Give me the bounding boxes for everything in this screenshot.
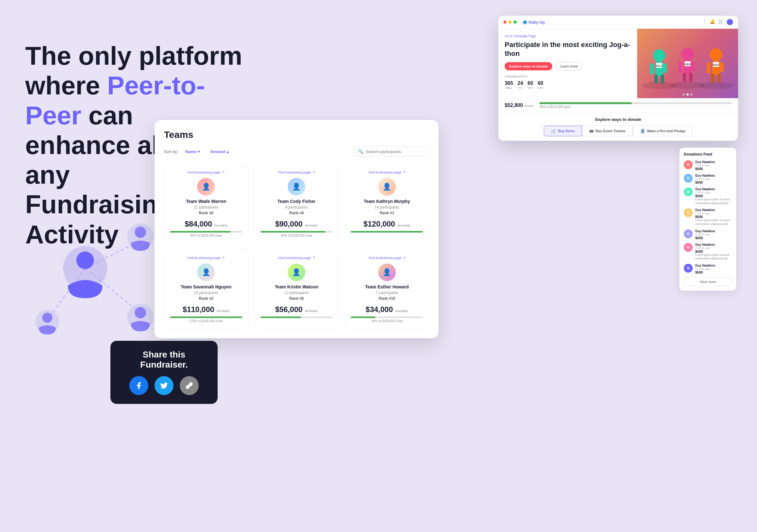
team-raised-amount-5: $56,000 (275, 305, 302, 314)
donation-item: G Guy Hawkins 4 hours ago $500 (684, 230, 732, 240)
browser-dots (503, 20, 517, 24)
svg-rect-17 (661, 75, 664, 83)
progress-bar-fill (539, 102, 632, 104)
team-card-esther-howard: Visit fundraising page ↗ 👤 Team Esther H… (345, 250, 429, 329)
team-name-3: Team Kathryn Murphy (351, 199, 423, 204)
team-progress-fill-1 (170, 231, 230, 233)
share-popup: Share this Fundraiser. (110, 341, 218, 404)
donation-info: Guy Hawkins 4 hours ago $500 (695, 264, 715, 274)
team-raised-amount-2: $90,000 (275, 220, 302, 228)
svg-rect-34 (707, 62, 710, 74)
team-progress-bg-4 (170, 317, 242, 318)
team-name-5: Team Kristin Watson (260, 284, 333, 289)
donation-avatar: G (684, 208, 693, 217)
external-link-icon: ↗ (222, 256, 225, 260)
share-icons (123, 376, 205, 395)
sort-amount-button[interactable]: Amount ▴ (207, 148, 232, 156)
search-input[interactable] (366, 149, 424, 154)
svg-point-10 (42, 313, 52, 323)
cart-icon: 🛒 (551, 128, 557, 134)
explore-donate-button[interactable]: Explore ways to donate (505, 62, 552, 70)
team-card-kathryn-murphy: Visit fundraising page ↗ 👤 Team Kathryn … (345, 164, 429, 243)
svg-rect-33 (717, 74, 721, 82)
browser-minimize-dot (508, 20, 512, 24)
team-progress-fill-5 (260, 317, 301, 318)
visit-fundraising-page-link-6[interactable]: Visit fundraising page ↗ (351, 256, 423, 260)
tab-buy-items[interactable]: 🛒 Buy Items (544, 126, 582, 136)
team-rank-3: Rank #1 (351, 211, 423, 215)
donation-name: Guy Hawkins (695, 243, 732, 246)
explore-section: Explore ways to donate 🛒 Buy Items 🎟 Buy… (499, 112, 738, 141)
countdown-hours: 24 hrs (518, 80, 523, 89)
tab-per-unit-pledge[interactable]: 🏦 Make a Per-Unit Pledge (633, 126, 693, 136)
donation-time: 4 hours ago (695, 246, 732, 250)
team-raised-section-2: $90,000 RAISED (260, 220, 333, 229)
countdown-days: 365 days (505, 80, 513, 89)
team-rank-2: Rank #4 (260, 211, 333, 215)
donation-info: Guy Hawkins 4 hours ago $500 Lorem ipsum… (695, 208, 732, 226)
team-rank-1: Rank #6 (170, 211, 242, 215)
svg-point-30 (710, 48, 722, 61)
team-progress-bg-1 (170, 231, 242, 233)
donation-avatar: G (684, 264, 693, 273)
visit-fundraising-page-link-1[interactable]: Visit fundraising page ↗ (170, 170, 242, 174)
team-participants-6: 7 participants (351, 291, 423, 295)
visit-fundraising-page-link-3[interactable]: Visit fundraising page ↗ (351, 170, 423, 174)
donation-amount: $500 (695, 270, 715, 274)
progress-bar-bg (539, 102, 732, 104)
raised-section: $52,800 Raised (505, 103, 533, 108)
browser-user-avatar (727, 19, 733, 25)
raised-badge-1: RAISED (215, 224, 227, 227)
raised-badge-3: RAISED (398, 224, 410, 227)
view-more-button[interactable]: View more (684, 277, 732, 286)
teams-controls: Sort by: Name ▾ Amount ▴ 🔍 (164, 146, 429, 157)
campaign-info: Go to Campaign Page Participate in the m… (499, 29, 637, 98)
donation-time: 4 hours ago (695, 191, 732, 194)
campaign-progress: $52,800 Raised 48% of $110,000 goal (499, 98, 738, 112)
team-raised-amount-3: $120,000 (363, 220, 395, 228)
share-facebook-button[interactable] (129, 376, 148, 395)
donation-name: Guy Hawkins (695, 187, 732, 191)
svg-rect-24 (683, 73, 686, 82)
runners-illustration: 211-Z 128-0 (640, 41, 735, 89)
search-box: 🔍 (353, 146, 429, 157)
svg-point-6 (135, 227, 146, 238)
raised-badge-6: RAISED (396, 310, 408, 313)
team-card-kristin-watson: Visit fundraising page ↗ 👤 Team Kristin … (255, 250, 339, 329)
external-link-icon: ↗ (222, 170, 225, 174)
raised-badge-4: RAISED (217, 310, 229, 313)
campaign-title: Participate in the most exciting Jog-a-t… (505, 40, 631, 58)
share-link-button[interactable] (180, 376, 199, 395)
campaign-breadcrumb: Go to Campaign Page (505, 34, 631, 38)
team-name-1: Team Wade Warren (170, 199, 242, 204)
tab-per-unit-pledge-label: Make a Per-Unit Pledge (647, 129, 686, 133)
share-twitter-button[interactable] (155, 376, 173, 395)
svg-rect-19 (663, 63, 667, 73)
raised-label: Raised (524, 105, 533, 108)
visit-fundraising-page-link-4[interactable]: Visit fundraising page ↗ (170, 256, 242, 260)
svg-rect-35 (720, 62, 724, 72)
carousel-dot (690, 93, 693, 96)
tab-buy-tickets[interactable]: 🎟 Buy Event Tickets (582, 126, 633, 136)
team-progress-bg-6 (351, 317, 423, 318)
teams-grid: Visit fundraising page ↗ 👤 Team Wade War… (164, 164, 429, 329)
browser-close-dot (503, 20, 506, 24)
ticket-icon: 🎟 (589, 128, 593, 134)
team-rank-6: Rank #10 (351, 296, 423, 301)
browser-maximize-dot (513, 20, 517, 24)
team-rank-4: Rank #2 (170, 296, 242, 301)
donation-item: G Guy Hawkins 4 hours ago $500 (684, 160, 732, 171)
sort-name-button[interactable]: Name ▾ (183, 148, 203, 156)
visit-fundraising-page-link-5[interactable]: Visit fundraising page ↗ (260, 256, 333, 260)
campaign-buttons: Explore ways to donate Learn more (505, 62, 631, 70)
donation-avatar: G (684, 174, 693, 183)
learn-more-button[interactable]: Learn more (556, 62, 583, 70)
donation-info: Guy Hawkins 4 hours ago $500 (695, 174, 715, 184)
donation-name: Guy Hawkins (695, 264, 715, 267)
donation-name: Guy Hawkins (695, 160, 715, 164)
donation-time: 4 hours ago (695, 164, 715, 167)
campaign-header: Go to Campaign Page Participate in the m… (499, 29, 738, 98)
visit-fundraising-page-link-2[interactable]: Visit fundraising page ↗ (260, 170, 333, 174)
explore-title: Explore ways to donate (505, 117, 732, 122)
team-progress-bg-5 (260, 317, 333, 318)
